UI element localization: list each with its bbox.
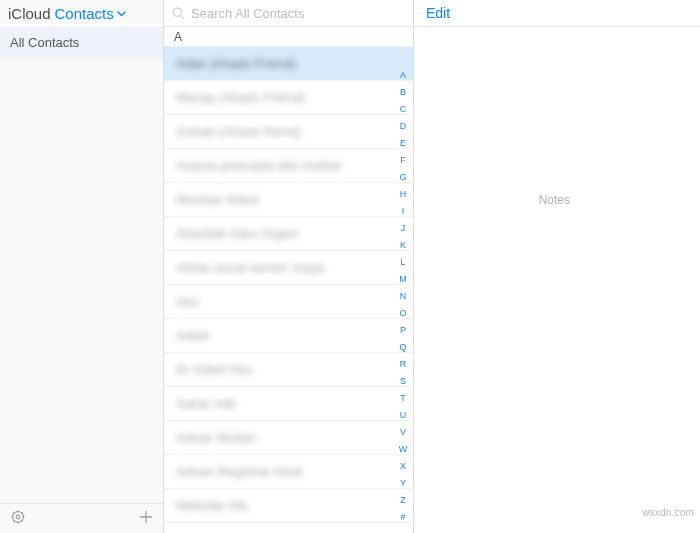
index-letter[interactable]: Z [400,493,406,508]
contact-name: Dr Adeel Hsu [176,362,253,377]
brand-contacts-switcher[interactable]: Contacts [55,5,126,22]
contact-name: Adnan Registrar Adult [176,464,302,479]
index-letter[interactable]: K [400,238,406,253]
search-icon [172,7,185,20]
contact-name: Abida social worker maya [176,260,324,275]
index-letter[interactable]: I [402,204,405,219]
index-letter[interactable]: V [400,425,406,440]
index-letter[interactable]: A [400,68,406,83]
index-letter[interactable]: Q [399,340,406,355]
contact-name: Abu [176,294,199,309]
plus-icon [139,510,153,524]
contact-name: Zohaib (Ahads friend) [176,124,301,139]
contact-name: Adan (Ahads Friend) [176,56,296,71]
section-header-letter: A [164,27,413,47]
add-button[interactable] [139,510,153,528]
search-input[interactable] [191,6,405,21]
sidebar-footer [0,503,163,533]
contact-name: Adeel [176,328,209,343]
brand-icloud: iCloud [8,5,51,22]
contact-name: Mumtaz Abbot [176,192,259,207]
brand-contacts-label: Contacts [55,5,114,22]
contact-row[interactable]: Neelofar Afa [164,489,413,523]
index-letter[interactable]: W [399,442,408,457]
contact-row[interactable]: Adnan Registrar Adult [164,455,413,489]
contact-name: Asama peerzada bibi mother [176,158,342,173]
index-letter[interactable]: B [400,85,406,100]
sidebar-header: iCloud Contacts [0,0,163,27]
contact-row[interactable]: Dr Adeel Hsu [164,353,413,387]
svg-line-3 [180,15,184,19]
index-letter[interactable]: # [400,510,405,525]
index-letter[interactable]: L [400,255,405,270]
contact-name: Sahar Adil [176,396,235,411]
index-letter[interactable]: C [400,102,407,117]
contact-row[interactable]: Abida social worker maya [164,251,413,285]
alphabet-index[interactable]: ABCDEFGHIJKLMNOPQRSTUVWXYZ# [396,68,410,525]
index-letter[interactable]: M [399,272,407,287]
search-bar [164,0,413,27]
contact-row[interactable]: Adan (Ahads Friend) [164,47,413,81]
contacts-rows: Adan (Ahads Friend)Wasay (Ahads Friend)Z… [164,47,413,533]
chevron-down-icon [117,11,126,17]
index-letter[interactable]: P [400,323,406,338]
contact-row[interactable]: Zohaib (Ahads friend) [164,115,413,149]
index-letter[interactable]: O [399,306,406,321]
gear-icon [10,509,26,525]
index-letter[interactable]: E [400,136,406,151]
contact-row[interactable]: Adnan Multan [164,421,413,455]
index-letter[interactable]: D [400,119,407,134]
edit-button[interactable]: Edit [426,5,450,21]
detail-pane: Edit Notes wsxdn.com [414,0,700,533]
watermark: wsxdn.com [642,507,694,518]
contacts-list-pane: A Adan (Ahads Friend)Wasay (Ahads Friend… [164,0,414,533]
index-letter[interactable]: R [400,357,407,372]
notes-label: Notes [539,193,570,207]
contact-row[interactable]: Sahar Adil [164,387,413,421]
contact-row[interactable]: Abdullah Dars Argam [164,217,413,251]
index-letter[interactable]: Y [400,476,406,491]
contact-row[interactable]: Wasay (Ahads Friend) [164,81,413,115]
contact-row[interactable]: Asama peerzada bibi mother [164,149,413,183]
index-letter[interactable]: N [400,289,407,304]
index-letter[interactable]: S [400,374,406,389]
app-root: iCloud Contacts All Contacts A Adan (Aha… [0,0,700,533]
contact-row[interactable]: Mumtaz Abbot [164,183,413,217]
index-letter[interactable]: T [400,391,406,406]
index-letter[interactable]: X [400,459,406,474]
contact-name: Wasay (Ahads Friend) [176,90,305,105]
sidebar-group-all-contacts[interactable]: All Contacts [0,27,163,58]
contact-name: Neelofar Afa [176,498,248,513]
detail-body: Notes wsxdn.com [414,27,700,533]
index-letter[interactable]: F [400,153,406,168]
svg-point-2 [173,8,181,16]
contact-name: Adnan Multan [176,430,256,445]
detail-header: Edit [414,0,700,27]
sidebar: iCloud Contacts All Contacts [0,0,164,533]
contact-name: Abdullah Dars Argam [176,226,299,241]
contact-row[interactable]: Adeel [164,319,413,353]
index-letter[interactable]: J [401,221,406,236]
settings-button[interactable] [10,509,26,529]
index-letter[interactable]: H [400,187,407,202]
index-letter[interactable]: G [399,170,406,185]
svg-point-1 [16,515,20,519]
contact-row[interactable]: Abu [164,285,413,319]
index-letter[interactable]: U [400,408,407,423]
